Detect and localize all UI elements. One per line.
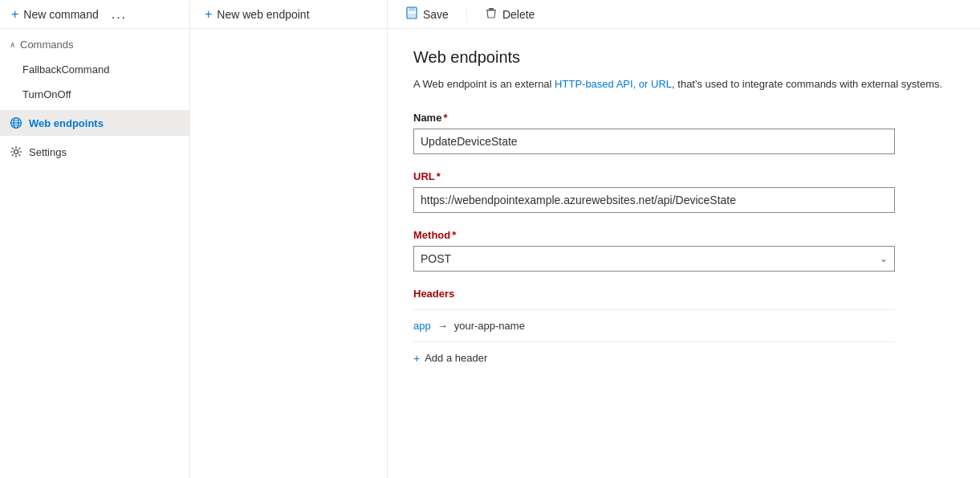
add-header-plus-icon: + [413, 352, 420, 365]
toolbar-divider [466, 6, 467, 22]
delete-button[interactable]: Delete [480, 3, 539, 25]
plus-icon: + [11, 7, 18, 22]
description: A Web endpoint is an external HTTP-based… [413, 76, 954, 92]
settings-label: Settings [29, 146, 67, 158]
add-header-label: Add a header [425, 352, 487, 364]
toolbar: + New command ... + New web endpoint Sav… [0, 0, 980, 29]
headers-label: Headers [413, 288, 954, 300]
chevron-down-icon: ⌄ [880, 253, 888, 264]
new-command-label: New command [23, 8, 98, 21]
name-required: * [443, 112, 447, 124]
middle-panel [190, 29, 388, 478]
header-entry: app → your-app-name [413, 317, 954, 335]
page-title: Web endpoints [413, 48, 954, 67]
svg-rect-3 [489, 8, 494, 10]
description-suffix: , that's used to integrate commands with… [672, 78, 942, 90]
svg-point-10 [14, 150, 18, 154]
sidebar: ∧ Commands FallbackCommand TurnOnOff Web… [0, 29, 190, 478]
add-header-button[interactable]: + Add a header [413, 349, 487, 368]
method-required: * [452, 229, 456, 241]
web-endpoints-label: Web endpoints [29, 117, 104, 129]
save-label: Save [423, 8, 449, 21]
method-group: Method * POST ⌄ [413, 229, 954, 272]
delete-icon [485, 6, 498, 22]
sidebar-item-web-endpoints[interactable]: Web endpoints [0, 110, 189, 136]
chevron-icon: ∧ [10, 40, 15, 49]
sidebar-item-fallback[interactable]: FallbackCommand [0, 57, 189, 82]
header-divider-top [413, 309, 895, 310]
delete-label: Delete [502, 8, 535, 21]
gear-icon [10, 145, 22, 158]
sidebar-item-turnonoff[interactable]: TurnOnOff [0, 82, 189, 107]
plus-icon-2: + [205, 7, 212, 22]
sidebar-section-label: Commands [20, 39, 73, 51]
method-select[interactable]: POST ⌄ [413, 246, 895, 272]
header-value: your-app-name [454, 320, 525, 332]
url-label: URL * [413, 170, 954, 182]
method-value: POST [421, 252, 451, 265]
header-key: app [413, 320, 431, 332]
url-input[interactable] [413, 187, 895, 213]
turnonoff-label: TurnOnOff [22, 88, 71, 100]
fallback-command-label: FallbackCommand [22, 63, 109, 76]
name-group: Name * [413, 112, 954, 154]
new-endpoint-label: New web endpoint [217, 8, 309, 21]
name-input[interactable] [413, 129, 895, 154]
name-label: Name * [413, 112, 954, 124]
new-endpoint-button[interactable]: + New web endpoint [200, 4, 315, 25]
more-button[interactable]: ... [107, 4, 132, 25]
toolbar-left: + New command ... [0, 0, 190, 28]
svg-rect-2 [408, 14, 416, 18]
header-divider-bottom [413, 341, 895, 342]
save-icon [405, 6, 418, 22]
sidebar-section-commands[interactable]: ∧ Commands [0, 32, 189, 57]
save-button[interactable]: Save [401, 3, 453, 25]
description-link: HTTP-based API, or URL [555, 78, 672, 90]
method-label: Method * [413, 229, 954, 241]
globe-icon [10, 116, 22, 129]
headers-section: Headers app → your-app-name + Add a head… [413, 288, 954, 368]
toolbar-mid: + New web endpoint [190, 0, 388, 28]
header-arrow: → [437, 320, 448, 332]
description-prefix: A Web endpoint is an external [413, 78, 555, 90]
right-panel: Web endpoints A Web endpoint is an exter… [388, 29, 980, 478]
main-content: ∧ Commands FallbackCommand TurnOnOff Web… [0, 29, 980, 478]
svg-rect-1 [409, 7, 415, 11]
new-command-button[interactable]: + New command [6, 4, 104, 25]
toolbar-right: Save Delete [388, 0, 552, 28]
url-required: * [437, 170, 441, 182]
url-group: URL * [413, 170, 954, 213]
sidebar-item-settings[interactable]: Settings [0, 139, 189, 165]
